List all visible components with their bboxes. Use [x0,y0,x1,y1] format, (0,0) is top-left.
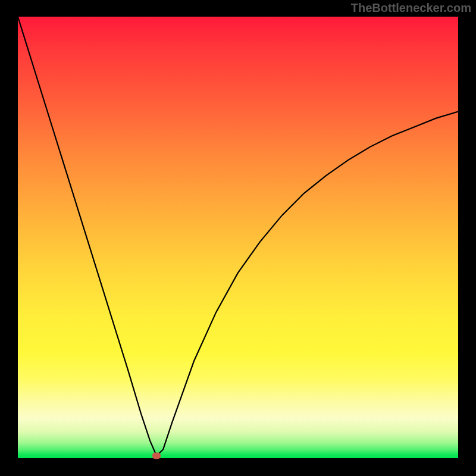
watermark-text: TheBottlenecker.com [351,1,471,15]
chart-container: TheBottlenecker.com [0,0,476,476]
optimal-point-marker [152,453,161,459]
bottleneck-curve [18,17,458,458]
